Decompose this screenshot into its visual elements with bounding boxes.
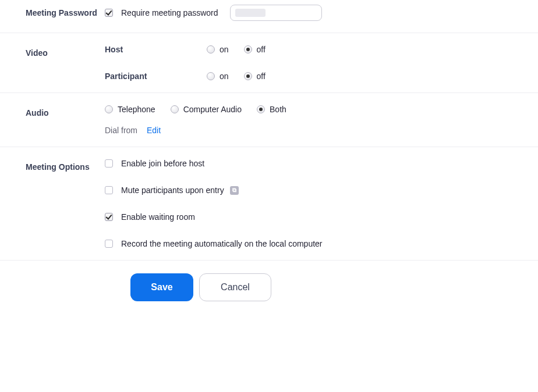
checkbox-record-auto[interactable]	[105, 240, 113, 248]
cancel-button[interactable]: Cancel	[199, 273, 271, 301]
require-password-label: Require meeting password	[121, 8, 218, 17]
label-mute-on-entry: Mute participants upon entry	[121, 186, 224, 195]
label-meeting-options: Meeting Options	[0, 159, 105, 248]
label-record-auto: Record the meeting automatically on the …	[121, 239, 323, 248]
radio-audio-telephone[interactable]	[105, 105, 113, 113]
section-audio: Audio Telephone Computer Audio Both Dial…	[0, 93, 538, 147]
checkbox-waiting-room[interactable]	[105, 213, 113, 221]
radio-audio-both[interactable]	[257, 105, 265, 113]
section-meeting-password: Meeting Password Require meeting passwor…	[0, 0, 538, 33]
section-video: Video Host on off Participant on	[0, 33, 538, 93]
actions-row: Save Cancel	[0, 261, 538, 318]
password-input[interactable]	[230, 5, 322, 21]
checkbox-mute-on-entry[interactable]	[105, 186, 113, 194]
radio-host-on[interactable]	[207, 45, 215, 54]
save-button[interactable]: Save	[130, 273, 193, 301]
label-waiting-room: Enable waiting room	[121, 212, 195, 222]
password-masked	[235, 9, 266, 17]
label-video-host: Host	[105, 45, 207, 54]
radio-group-host-video: on off	[207, 45, 266, 54]
radio-participant-off[interactable]	[244, 72, 252, 80]
dial-from-row: Dial from Edit	[105, 126, 538, 135]
label-video: Video	[0, 45, 105, 81]
edit-dial-link[interactable]: Edit	[147, 126, 161, 135]
label-video-participant: Participant	[105, 72, 207, 81]
radio-host-off[interactable]	[244, 45, 252, 54]
radio-audio-computer[interactable]	[171, 105, 179, 113]
radio-group-audio: Telephone Computer Audio Both	[105, 105, 538, 114]
radio-group-participant-video: on off	[207, 72, 266, 81]
dial-from-label: Dial from	[105, 126, 137, 135]
label-join-before-host: Enable join before host	[121, 159, 204, 168]
info-icon[interactable]: ⧉	[230, 186, 239, 195]
radio-participant-on[interactable]	[207, 72, 215, 80]
checkbox-join-before-host[interactable]	[105, 159, 113, 168]
label-meeting-password: Meeting Password	[0, 5, 105, 21]
checkbox-require-password[interactable]	[105, 9, 113, 17]
section-meeting-options: Meeting Options Enable join before host …	[0, 147, 538, 261]
label-audio: Audio	[0, 105, 105, 135]
